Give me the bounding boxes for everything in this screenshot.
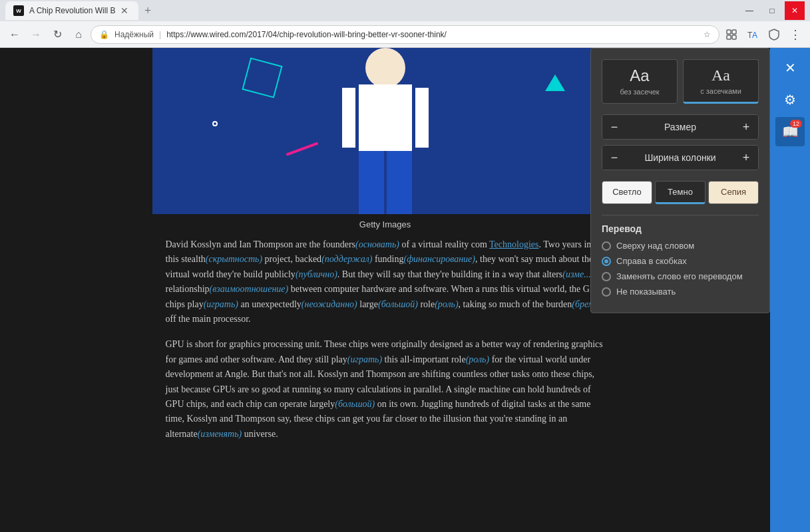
translation-4: (финансирование) xyxy=(403,254,475,264)
translation-2: (скрытность) xyxy=(206,254,262,264)
theme-sepia-button[interactable]: Сепия xyxy=(708,181,759,204)
radio-option-3[interactable]: Не показывать xyxy=(602,287,759,297)
page-content: Getty Images David Kosslyn and Ian Thomp… xyxy=(0,48,810,532)
secure-icon: 🔒 xyxy=(99,30,109,39)
bookmark-icon[interactable]: ☆ xyxy=(704,30,711,39)
radio-option-0[interactable]: Сверху над словом xyxy=(602,241,759,251)
svg-rect-3 xyxy=(732,35,736,39)
radio-option-2[interactable]: Заменять слово его переводом xyxy=(602,271,759,281)
radio-label-1: Справа в скобках xyxy=(616,256,687,266)
svg-rect-1 xyxy=(732,30,736,34)
triangle-shape xyxy=(545,74,565,91)
hero-figure xyxy=(152,48,618,214)
title-bar: W A Chip Revolution Will B ✕ + — □ ✕ xyxy=(0,0,810,21)
translation-section: Перевод Сверху над словом Справа в скобк… xyxy=(602,215,759,297)
image-caption: Getty Images xyxy=(152,214,618,237)
radio-label-0: Сверху над словом xyxy=(616,241,694,251)
tab-close-button[interactable]: ✕ xyxy=(120,5,128,16)
ext-puzzle-icon[interactable] xyxy=(722,25,741,44)
settings-button[interactable]: ⚙ xyxy=(775,85,805,114)
extension-icons: T A ⋮ xyxy=(722,25,805,44)
translation-title: Перевод xyxy=(602,223,759,234)
translation-10: (большой) xyxy=(378,299,418,309)
tab-favicon: W xyxy=(13,5,24,16)
dot-shape xyxy=(212,121,218,126)
translation-7: (взаимоотношение) xyxy=(210,284,289,294)
maximize-button[interactable]: □ xyxy=(762,1,782,20)
font-sans-option[interactable]: Aa без засечек xyxy=(602,59,678,104)
theme-options: Светло Темно Сепия xyxy=(602,181,759,204)
translation-11: (роль) xyxy=(435,299,458,309)
trusted-label: Надёжный xyxy=(114,30,154,39)
size-label: Размер xyxy=(626,122,734,132)
radio-label-3: Не показывать xyxy=(616,287,676,297)
human-figure xyxy=(319,48,452,214)
radio-circle-0 xyxy=(602,241,611,251)
translation-8: (играть) xyxy=(204,299,238,309)
theme-light-button[interactable]: Светло xyxy=(602,181,652,204)
menu-button[interactable]: ⋮ xyxy=(786,25,805,44)
figure-arm-right xyxy=(415,88,429,148)
technologies-link[interactable]: Technologies xyxy=(489,239,538,249)
ext-translate-icon[interactable]: T A xyxy=(743,25,762,44)
svg-text:A: A xyxy=(752,31,757,40)
translation-p2-2: (роль) xyxy=(466,354,489,364)
forward-button[interactable]: → xyxy=(27,25,45,44)
translation-p2-1: (играть) xyxy=(347,354,382,364)
size-plus-button[interactable]: + xyxy=(734,115,758,139)
reader-badge: 12 xyxy=(790,120,802,128)
article-paragraph-2: GPU is short for graphics processing uni… xyxy=(166,337,605,442)
figure-head xyxy=(365,48,405,88)
size-control: − Размер + xyxy=(602,114,759,140)
figure-arm-left xyxy=(342,88,355,148)
figure-leg-right xyxy=(387,151,412,214)
url-text: https://www.wired.com/2017/04/chip-revol… xyxy=(166,30,447,39)
browser-chrome: W A Chip Revolution Will B ✕ + — □ ✕ ← →… xyxy=(0,0,810,48)
radio-circle-1 xyxy=(602,257,611,266)
menu-icon: ⋮ xyxy=(789,27,801,42)
nav-bar: ← → ↻ ⌂ 🔒 Надёжный | https://www.wired.c… xyxy=(0,21,810,48)
svg-rect-0 xyxy=(727,30,731,34)
svg-rect-2 xyxy=(727,35,731,39)
close-button[interactable]: ✕ xyxy=(785,1,805,20)
width-label: Ширина колонки xyxy=(626,152,734,163)
side-toolbar: ✕ ⚙ 📖 12 xyxy=(770,48,810,532)
font-serif-option[interactable]: Aa с засечками xyxy=(683,59,759,104)
figure-leg-left xyxy=(359,151,384,214)
translation-1: (основать) xyxy=(355,239,399,249)
radio-label-2: Заменять слово его переводом xyxy=(616,271,743,281)
url-separator: | xyxy=(159,30,161,39)
translation-9: (неожиданно) xyxy=(302,299,357,309)
font-sans-label: без засечек xyxy=(609,88,670,96)
address-bar[interactable]: 🔒 Надёжный | https://www.wired.com/2017/… xyxy=(91,25,719,44)
translation-p2-4: (изменять) xyxy=(198,429,242,439)
reader-button[interactable]: 📖 12 xyxy=(775,117,805,146)
figure-pants xyxy=(359,151,412,214)
back-button[interactable]: ← xyxy=(5,25,24,44)
article-text: David Kosslyn and Ian Thompson are the f… xyxy=(152,237,618,442)
reload-button[interactable]: ↻ xyxy=(48,25,67,44)
close-panel-button[interactable]: ✕ xyxy=(775,53,805,82)
reader-panel: Aa без засечек Aa с засечками − Размер +… xyxy=(590,48,770,313)
figure-body xyxy=(359,84,412,158)
close-icon: ✕ xyxy=(785,60,796,76)
ext-shield-icon[interactable] xyxy=(765,25,783,44)
settings-icon: ⚙ xyxy=(784,92,796,108)
home-button[interactable]: ⌂ xyxy=(69,25,88,44)
size-minus-button[interactable]: − xyxy=(602,115,626,139)
width-plus-button[interactable]: + xyxy=(734,146,758,170)
font-serif-preview: Aa xyxy=(690,66,751,84)
width-control: − Ширина колонки + xyxy=(602,145,759,170)
radio-option-1[interactable]: Справа в скобках xyxy=(602,256,759,266)
minimize-button[interactable]: — xyxy=(739,1,759,20)
new-tab-button[interactable]: + xyxy=(138,1,157,20)
translation-6: (изме... xyxy=(562,269,590,279)
font-options: Aa без засечек Aa с засечками xyxy=(602,59,759,104)
font-sans-preview: Aa xyxy=(609,66,670,85)
width-minus-button[interactable]: − xyxy=(602,146,626,170)
theme-dark-button[interactable]: Темно xyxy=(655,181,706,204)
translation-5: (публично) xyxy=(296,269,337,279)
font-serif-label: с засечками xyxy=(690,87,751,95)
cube-shape xyxy=(242,57,282,98)
browser-tab[interactable]: W A Chip Revolution Will B ✕ xyxy=(5,1,138,20)
